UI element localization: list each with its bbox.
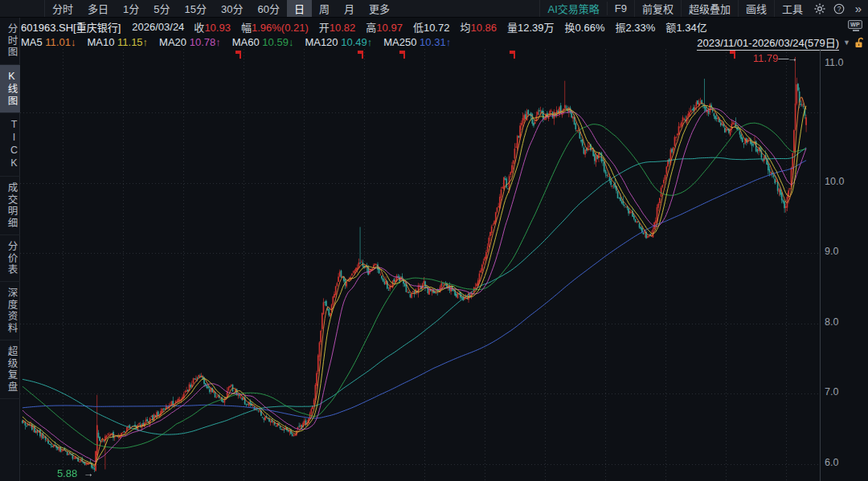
field-close: 收10.93 [194,19,231,35]
ma250-arrow-icon: ↑ [446,36,452,48]
ai-strategy-button[interactable]: AI交易策略 [539,0,606,17]
high-price-annotation: 11.79—→ [753,52,798,64]
arrow-right-icon: → [84,467,94,479]
tab-period-monthly[interactable]: 月 [337,0,362,17]
tab-period-weekly[interactable]: 周 [312,0,337,17]
tab-period-daily[interactable]: 日 [287,0,312,17]
field-change: 幅1.96%(0.21) [241,19,309,35]
tab-period-60min[interactable]: 60分 [250,0,286,17]
price-tick: 7.0 [825,386,838,397]
expand-toolbar-icon[interactable]: » [849,2,868,14]
tab-period-1min[interactable]: 1分 [116,0,146,17]
price-tick: 8.0 [825,316,838,328]
sidebar-item-kline[interactable]: K线图 [0,65,20,113]
tab-period-duori[interactable]: 多日 [80,0,116,17]
period-toolbar: 分时 多日 1分 5分 15分 30分 60分 日 周 月 更多 AI交易策略 … [0,0,868,18]
low-price-annotation: 5.88 → [57,467,94,479]
ma250-legend: MA250 10.31↑ [383,36,451,48]
sidebar-item-fenshitu[interactable]: 分时图 [0,18,20,65]
price-tick: 9.0 [825,246,838,257]
field-open: 开10.82 [319,19,356,35]
toolbar-corner [0,0,45,17]
draw-line-button[interactable]: 画线 [738,0,774,17]
chevron-down-icon[interactable]: ▼ [843,39,850,47]
svg-text:?: ? [837,5,841,13]
super-overlay-button[interactable]: 超级叠加 [681,0,738,17]
view-sidebar: 分时图 K线图 TICK 成交明细 分价表 深度资料 超级复盘 [0,18,20,481]
sidebar-item-depth-info[interactable]: 深度资料 [0,282,20,340]
ma5-legend: MA5 11.01↓ [21,36,76,48]
ma-legend-bar: MA5 11.01↓ MA10 11.15↑ MA20 10.78↑ MA60 … [21,35,865,49]
sidebar-item-price-table[interactable]: 分价表 [0,235,20,283]
quote-date: 2026/03/24 [132,21,184,33]
ma120-legend: MA120 10.49↑ [305,36,372,48]
help-icon[interactable]: ? [829,3,849,14]
ma60-legend: MA60 10.59↓ [232,36,294,48]
date-range-control: 2023/11/01-2026/03/24(579日) ▼ [697,35,865,51]
f9-button[interactable]: F9 [607,2,634,15]
tab-period-more[interactable]: 更多 [362,0,397,17]
ma20-legend: MA20 10.78↑ [159,36,221,48]
field-volume: 量12.39万 [507,19,555,35]
tools-button[interactable]: 工具 [774,0,810,17]
settings-gear-icon[interactable] [810,3,829,14]
stock-info-bar: 601963.SH[重庆银行] 2026/03/24 收10.93 幅1.96%… [21,18,841,35]
ma20-arrow-icon: ↑ [215,36,221,48]
sidebar-item-tick[interactable]: TICK [0,113,20,177]
tab-period-30min[interactable]: 30分 [214,0,250,17]
field-turnover-rate: 换0.66% [565,19,605,35]
sidebar-item-trade-detail[interactable]: 成交明细 [0,177,20,235]
wp-monitor-icon[interactable]: WP [848,20,864,34]
arrow-right-icon: → [788,52,798,64]
price-tick: 10.0 [825,176,844,187]
ma120-arrow-icon: ↑ [367,36,373,48]
field-amplitude: 振2.33% [615,19,655,35]
field-avg: 均10.86 [460,19,497,35]
price-tick: 11.0 [825,57,843,68]
ma5-arrow-icon: ↓ [71,36,76,48]
stock-app-window: 分时 多日 1分 5分 15分 30分 60分 日 周 月 更多 AI交易策略 … [0,0,868,481]
toolbar-right-group: AI交易策略 F9 前复权 超级叠加 画线 工具 [539,0,868,17]
ma60-arrow-icon: ↓ [289,36,294,48]
kline-chart-canvas[interactable] [20,49,820,481]
unlock-icon[interactable] [854,37,865,48]
kline-chart-area: 11.79—→ 5.88 → [20,49,820,481]
tab-period-15min[interactable]: 15分 [178,0,214,17]
date-range-selector[interactable]: 2023/11/01-2026/03/24(579日) [697,35,839,51]
ma10-arrow-icon: ↑ [143,36,149,48]
sidebar-item-super-replay[interactable]: 超级复盘 [0,340,20,399]
field-amount: 额1.34亿 [665,19,706,35]
tab-period-5min[interactable]: 5分 [146,0,177,17]
field-low: 低10.72 [413,19,450,35]
price-tick: 6.0 [825,457,838,468]
ma10-legend: MA10 11.15↑ [87,36,148,48]
field-high: 高10.97 [366,19,403,35]
tab-period-fenshi[interactable]: 分时 [45,0,80,17]
price-axis: 11.0 10.0 9.0 8.0 7.0 6.0 [820,49,868,481]
forward-adjust-button[interactable]: 前复权 [634,0,681,17]
stock-code: 601963.SH[重庆银行] [21,19,121,35]
